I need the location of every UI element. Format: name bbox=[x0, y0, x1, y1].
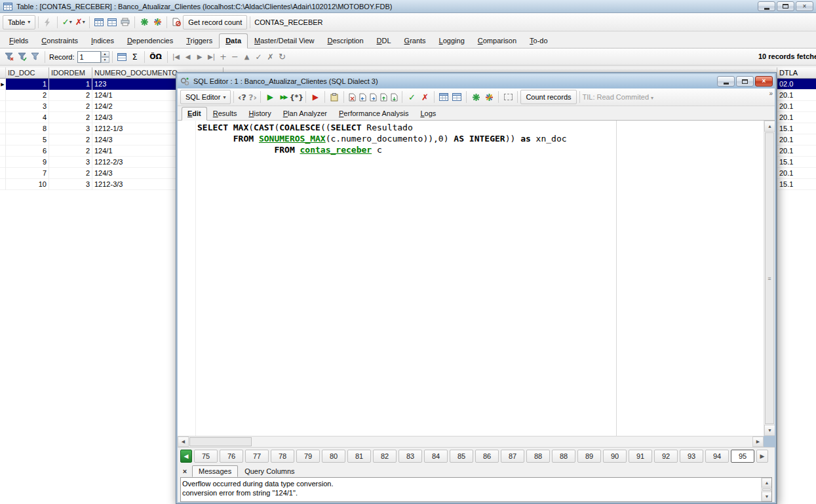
page-tab-80[interactable]: 80 bbox=[322, 450, 345, 463]
close-messages-icon[interactable]: × bbox=[180, 467, 189, 476]
page-tab-87[interactable]: 87 bbox=[501, 450, 524, 463]
messages-scroll-thumb[interactable] bbox=[762, 488, 771, 491]
tab-indices[interactable]: Indices bbox=[85, 33, 121, 48]
right-strip-cell[interactable]: 20.1 bbox=[777, 90, 816, 101]
execute-block-icon[interactable]: {*} bbox=[290, 90, 303, 104]
count-records-button[interactable]: Count records bbox=[520, 90, 576, 104]
right-strip-cell[interactable]: 20.1 bbox=[777, 168, 816, 179]
sql-editor-menu-button[interactable]: SQL Editor▾ bbox=[180, 90, 231, 104]
right-strip-cell[interactable]: 15.1 bbox=[777, 157, 816, 168]
tab-comparison[interactable]: Comparison bbox=[471, 33, 523, 48]
page-tab-85[interactable]: 85 bbox=[450, 450, 473, 463]
aggregate-sigma-icon[interactable]: Σ bbox=[128, 50, 142, 64]
tab-description[interactable]: Description bbox=[321, 33, 370, 48]
page-tab-82[interactable]: 82 bbox=[373, 450, 397, 463]
tab-master-detail-view[interactable]: Master/Detail View bbox=[248, 33, 321, 48]
column-header-idordem[interactable]: IDORDEM bbox=[49, 68, 92, 79]
page-tab-92[interactable]: 92 bbox=[654, 450, 678, 463]
tab-constraints[interactable]: Constraints bbox=[35, 33, 85, 48]
sql-star-green-icon[interactable] bbox=[469, 90, 482, 104]
page-tab-77[interactable]: 77 bbox=[245, 450, 269, 463]
select-area-icon[interactable] bbox=[501, 90, 515, 104]
copy-clipboard-icon[interactable] bbox=[328, 90, 341, 104]
export-grid-icon[interactable] bbox=[106, 16, 119, 29]
nav-first-icon[interactable]: |◀ bbox=[170, 50, 182, 64]
page-tab-78[interactable]: 78 bbox=[271, 450, 294, 463]
right-strip-cell[interactable]: 15.1 bbox=[777, 123, 816, 134]
page-nav-right-icon[interactable]: ▶ bbox=[756, 450, 768, 463]
execute-icon[interactable]: ▶ bbox=[263, 90, 277, 104]
save-script-icon[interactable] bbox=[389, 90, 399, 104]
charset-icon[interactable]: ÖΩ bbox=[147, 50, 165, 64]
execute-main-transaction-icon[interactable]: ▶ bbox=[309, 90, 322, 104]
right-strip-cell[interactable]: 20.1 bbox=[777, 112, 816, 123]
rollback-icon[interactable]: ✗▾ bbox=[73, 16, 87, 29]
page-tab-93[interactable]: 93 bbox=[680, 450, 703, 463]
page-tab-79[interactable]: 79 bbox=[296, 450, 320, 463]
page-tab-95[interactable]: 95 bbox=[731, 450, 754, 463]
star-green-icon[interactable] bbox=[138, 16, 151, 29]
sql-commit-icon[interactable]: ✓ bbox=[405, 90, 418, 104]
edit-record-icon[interactable]: ▲ bbox=[241, 50, 253, 64]
page-tab-76[interactable]: 76 bbox=[220, 450, 243, 463]
get-record-count-button[interactable]: Get record count bbox=[183, 15, 247, 29]
page-tab-91[interactable]: 91 bbox=[629, 450, 652, 463]
sql-tab-performance-analysis[interactable]: Performance Analysis bbox=[333, 107, 414, 121]
export-results-icon[interactable] bbox=[450, 90, 463, 104]
prev-statement-icon[interactable] bbox=[357, 90, 368, 104]
tab-ddl[interactable]: DDL bbox=[370, 33, 398, 48]
scroll-down-icon[interactable]: ▼ bbox=[762, 492, 772, 501]
page-tab-83[interactable]: 83 bbox=[398, 450, 422, 463]
sql-minimize-button[interactable] bbox=[717, 76, 735, 87]
tab-logging[interactable]: Logging bbox=[433, 33, 471, 48]
sql-tab-results[interactable]: Results bbox=[207, 107, 243, 121]
page-tab-86[interactable]: 86 bbox=[475, 450, 499, 463]
column-header-id-doc[interactable]: ID_DOC bbox=[6, 68, 49, 79]
scroll-up-icon[interactable]: ▲ bbox=[762, 478, 772, 488]
star-multi-icon[interactable] bbox=[151, 16, 164, 29]
scroll-left-icon[interactable]: ◀ bbox=[178, 436, 189, 447]
scroll-up-icon[interactable]: ▲ bbox=[764, 121, 775, 132]
post-edit-icon[interactable]: ✓ bbox=[253, 50, 265, 64]
vscroll-thumb[interactable]: ≡ bbox=[765, 132, 774, 424]
sql-object-link[interactable]: contas_receber bbox=[300, 145, 372, 155]
page-tab-84[interactable]: 84 bbox=[424, 450, 448, 463]
sql-tab-plan-analyzer[interactable]: Plan Analyzer bbox=[277, 107, 333, 121]
hscroll-thumb[interactable] bbox=[189, 437, 252, 446]
page-tab-81[interactable]: 81 bbox=[347, 450, 371, 463]
nav-last-icon[interactable]: ▶| bbox=[206, 50, 218, 64]
main-title-bar[interactable]: Table : [CONTAS_RECEBER] : Banco_Atualiz… bbox=[0, 0, 816, 13]
nav-prior-icon[interactable]: ◀ bbox=[182, 50, 194, 64]
messages-tab-query-columns[interactable]: Query Columns bbox=[238, 465, 301, 477]
minimize-button[interactable] bbox=[758, 1, 775, 11]
tab-dependencies[interactable]: Dependencies bbox=[121, 33, 180, 48]
block-fetch-icon[interactable] bbox=[170, 16, 183, 29]
refresh-icon[interactable]: ↻ bbox=[277, 50, 288, 64]
table-menu-button[interactable]: Table▾ bbox=[3, 15, 35, 29]
close-button[interactable]: × bbox=[796, 1, 813, 11]
right-strip-cell[interactable]: 02.0 bbox=[777, 79, 816, 90]
sql-tab-edit[interactable]: Edit bbox=[182, 107, 207, 121]
sql-title-bar[interactable]: SQL Editor : 1 : Banco_Atualizar_Cliente… bbox=[178, 74, 775, 88]
sql-code[interactable]: SELECT MAX(CAST(COALESCE((SELECT Resulta… bbox=[178, 122, 764, 155]
messages-tab-messages[interactable]: Messages bbox=[192, 465, 238, 477]
delete-record-icon[interactable]: − bbox=[229, 50, 241, 64]
scroll-down-icon[interactable]: ▼ bbox=[764, 425, 775, 436]
tab-triggers[interactable]: Triggers bbox=[180, 33, 219, 48]
tab-fields[interactable]: Fields bbox=[3, 33, 35, 48]
data-grid-icon[interactable] bbox=[92, 16, 106, 29]
sql-rollback-icon[interactable]: ✗ bbox=[418, 90, 431, 104]
form-view-icon[interactable] bbox=[115, 50, 128, 64]
sql-star-multi-icon[interactable] bbox=[482, 90, 495, 104]
filter-apply-icon[interactable] bbox=[16, 50, 29, 64]
sql-tab-logs[interactable]: Logs bbox=[414, 107, 442, 121]
scroll-right-icon[interactable]: ▶ bbox=[752, 436, 764, 447]
right-strip-cell[interactable]: 20.1 bbox=[777, 145, 816, 157]
clear-editor-icon[interactable] bbox=[347, 90, 357, 104]
page-tab-88[interactable]: 88 bbox=[552, 450, 575, 463]
next-statement-icon[interactable] bbox=[368, 90, 378, 104]
page-tab-75[interactable]: 75 bbox=[194, 450, 218, 463]
execute-script-icon[interactable]: ▶▶ bbox=[277, 90, 290, 104]
filter-clear-icon[interactable] bbox=[3, 50, 16, 64]
page-tab-89[interactable]: 89 bbox=[577, 450, 601, 463]
